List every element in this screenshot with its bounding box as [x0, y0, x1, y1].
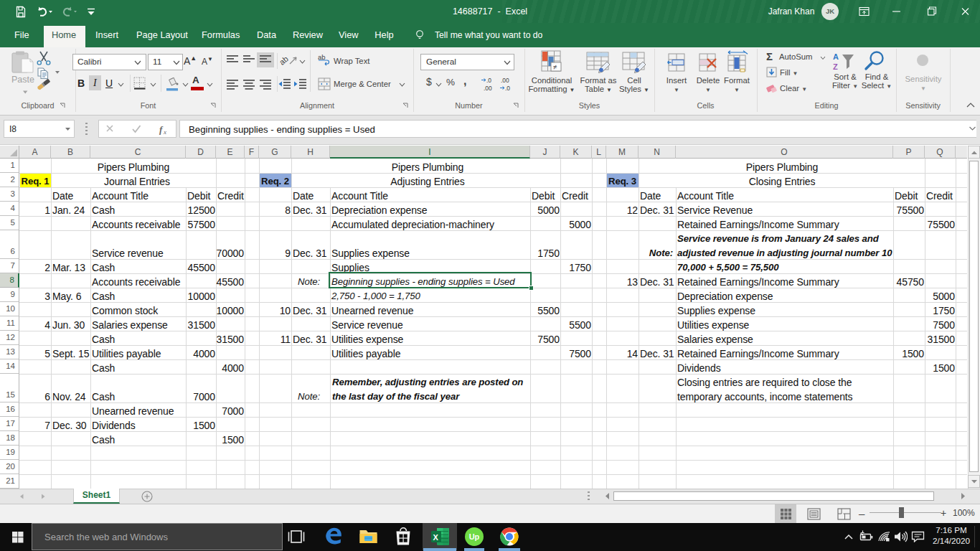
svg-text:≠: ≠ — [553, 63, 557, 71]
svg-text:.0: .0 — [505, 85, 510, 92]
svg-text:.00: .00 — [501, 77, 509, 84]
svg-text:A: A — [833, 52, 839, 61]
svg-text:Paste: Paste — [11, 75, 34, 85]
svg-text:.0: .0 — [486, 77, 491, 84]
svg-text:Z: Z — [833, 62, 838, 71]
svg-text:.00: .00 — [484, 85, 492, 92]
svg-text:X: X — [433, 533, 439, 542]
svg-text:x: x — [163, 128, 166, 136]
svg-text:ab: ab — [318, 53, 326, 61]
svg-text:ab: ab — [280, 55, 290, 67]
